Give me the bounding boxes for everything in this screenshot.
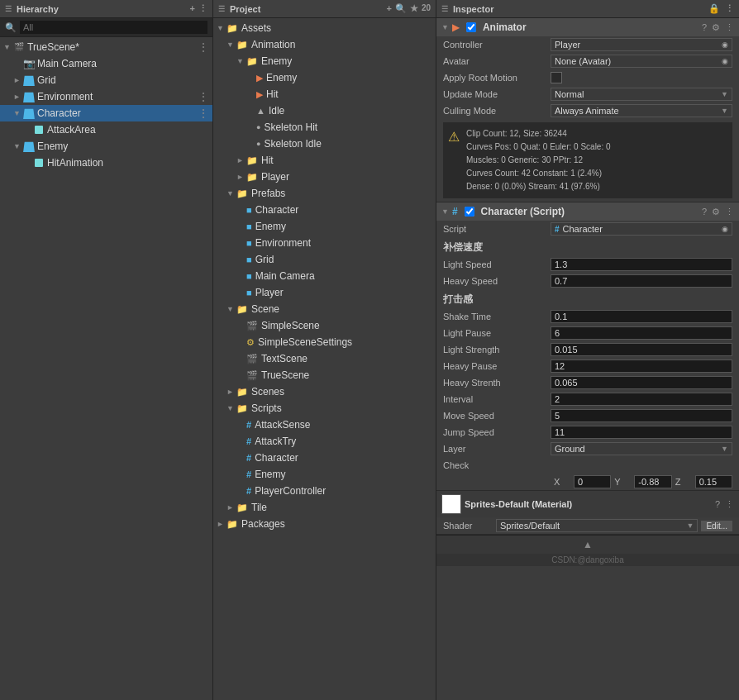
hierarchy-item-main-camera[interactable]: 📷 Main Camera [0, 55, 212, 72]
project-item-idle-anim[interactable]: ▲ Idle [213, 102, 436, 119]
heavy-pause-value[interactable]: 12 [551, 360, 732, 373]
light-pause-value[interactable]: 6 [551, 326, 732, 340]
layer-text: Ground [555, 444, 585, 454]
light-strength-value[interactable]: 0.015 [551, 343, 732, 356]
scene-root-item[interactable]: 🎬 TrueScene* ⋮ [0, 39, 212, 55]
project-item-pref-enemy[interactable]: ■ Enemy [213, 218, 436, 235]
inspector-collapse-arrow[interactable]: ☰ [441, 5, 448, 13]
animator-help-icon[interactable]: ? [702, 22, 707, 33]
enemy-anim-icon: ▶ [256, 70, 263, 85]
project-search-icon[interactable]: 🔍 [395, 3, 407, 14]
hierarchy-title: Hierarchy [17, 4, 59, 14]
jump-speed-value[interactable]: 11 [551, 426, 732, 439]
project-item-script-attacktry[interactable]: # AttackTry [213, 433, 436, 450]
project-item-skeleton-hit[interactable]: ● Skeleton Hit [213, 119, 436, 136]
move-speed-value[interactable]: 5 [551, 409, 732, 422]
project-item-pref-grid[interactable]: ■ Grid [213, 251, 436, 268]
character-cube-icon [23, 109, 35, 119]
animator-menu-icon[interactable]: ⋮ [725, 22, 734, 33]
shader-value[interactable]: Sprites/Default ▼ [496, 519, 698, 532]
project-item-pref-player[interactable]: ■ Player [213, 284, 436, 301]
project-item-scene-folder[interactable]: 📁 Scene [213, 301, 436, 317]
material-component-header[interactable]: Sprites-Default (Material) ? ⋮ [436, 491, 739, 517]
project-item-scenes-folder[interactable]: 📁 Scenes [213, 383, 436, 400]
hierarchy-menu-icon[interactable]: ⋮ [198, 3, 207, 14]
project-item-script-attacksense[interactable]: # AttackSense [213, 417, 436, 433]
heavy-strenth-value[interactable]: 0.065 [551, 376, 732, 389]
project-collapse-arrow[interactable]: ☰ [218, 5, 225, 13]
project-item-enemy-anim[interactable]: ▶ Enemy [213, 69, 436, 86]
project-item-pref-main-camera[interactable]: ■ Main Camera [213, 268, 436, 284]
animator-avatar-value[interactable]: None (Avatar) ◉ [551, 55, 732, 68]
interval-value[interactable]: 2 [551, 393, 732, 406]
character-script-settings-icon[interactable]: ⚙ [712, 207, 720, 217]
grid-icon-box [23, 74, 35, 86]
project-add-icon[interactable]: + [386, 3, 391, 14]
project-item-assets[interactable]: 📁 Assets [213, 20, 436, 36]
project-item-tile-folder[interactable]: 📁 Tile [213, 499, 436, 516]
inspector-expand-bottom-arrow[interactable]: ▲ [583, 539, 593, 550]
project-item-script-playercontroller[interactable]: # PlayerController [213, 483, 436, 499]
character-script-help-icon[interactable]: ? [702, 207, 707, 217]
project-item-pref-character[interactable]: ■ Character [213, 202, 436, 218]
project-favs-icon[interactable]: ★ [410, 3, 418, 14]
jump-speed-text: 11 [555, 427, 565, 437]
hierarchy-item-character[interactable]: Character ⋮ [0, 105, 212, 121]
inspector-lock-icon[interactable]: 🔒 [708, 3, 720, 14]
hierarchy-item-hitanimation[interactable]: HitAnimation [0, 155, 212, 171]
shader-edit-button[interactable]: Edit... [701, 521, 732, 531]
shader-row: Shader Sprites/Default ▼ Edit... [436, 517, 739, 534]
character-script-enabled-checkbox[interactable] [465, 207, 474, 217]
light-speed-value[interactable]: 1.3 [551, 258, 732, 271]
material-help-icon[interactable]: ? [715, 499, 720, 510]
project-item-packages-folder[interactable]: 📁 Packages [213, 516, 436, 532]
project-item-animation[interactable]: 📁 Animation [213, 36, 436, 53]
project-item-skeleton-idle[interactable]: ● Skeleton Idle [213, 136, 436, 152]
character-more-icon[interactable]: ⋮ [198, 106, 212, 121]
animator-settings-icon[interactable]: ⚙ [712, 22, 720, 33]
project-item-hit-folder[interactable]: 📁 Hit [213, 152, 436, 169]
hit-anim-icon: ▶ [256, 87, 263, 102]
animator-controller-value[interactable]: Player ◉ [551, 38, 732, 51]
inspector-menu-icon[interactable]: ⋮ [725, 3, 734, 14]
material-menu-icon[interactable]: ⋮ [725, 499, 734, 510]
scene-more-icon[interactable]: ⋮ [198, 40, 212, 55]
hierarchy-search-input[interactable] [20, 21, 207, 34]
character-script-script-value[interactable]: # Character ◉ [551, 222, 732, 236]
hierarchy-item-enemy[interactable]: Enemy [0, 138, 212, 155]
animator-apply-root-motion-checkbox[interactable] [551, 72, 562, 83]
hierarchy-collapse-arrow[interactable]: ☰ [5, 5, 12, 13]
x-input[interactable]: 0 [574, 475, 611, 488]
y-input[interactable]: -0.88 [634, 475, 671, 488]
hierarchy-item-environment[interactable]: Environment ⋮ [0, 88, 212, 105]
character-script-header[interactable]: ▼ # Character (Script) ? ⚙ ⋮ [436, 202, 739, 221]
project-item-player-folder[interactable]: 📁 Player [213, 169, 436, 185]
animator-culling-mode-value[interactable]: Always Animate ▼ [551, 104, 732, 117]
hierarchy-item-attackarea[interactable]: AttackArea [0, 121, 212, 138]
project-item-text-scene[interactable]: 🎬 TextScene [213, 350, 436, 367]
project-item-enemy-folder[interactable]: 📁 Enemy [213, 53, 436, 69]
project-item-prefabs[interactable]: 📁 Prefabs [213, 185, 436, 202]
project-item-true-scene[interactable]: 🎬 TrueScene [213, 367, 436, 383]
heavy-speed-value[interactable]: 0.7 [551, 274, 732, 288]
character-script-menu-icon[interactable]: ⋮ [725, 207, 734, 217]
animator-apply-root-motion-label: Apply Root Motion [443, 73, 551, 83]
project-item-script-character[interactable]: # Character [213, 450, 436, 466]
hierarchy-item-grid[interactable]: Grid [0, 72, 212, 88]
project-item-script-enemy[interactable]: # Enemy [213, 466, 436, 483]
project-item-hit-anim[interactable]: ▶ Hit [213, 86, 436, 102]
hit-folder-arrow [236, 153, 246, 168]
environment-more-icon[interactable]: ⋮ [198, 89, 212, 104]
layer-value[interactable]: Ground ▼ [551, 442, 732, 455]
animator-component-header[interactable]: ▼ ▶ Animator ? ⚙ ⋮ [436, 18, 739, 36]
shake-time-value[interactable]: 0.1 [551, 310, 732, 323]
z-input[interactable]: 0.15 [695, 475, 732, 488]
hierarchy-add-icon[interactable]: + [190, 3, 195, 14]
project-item-pref-environment[interactable]: ■ Environment [213, 235, 436, 251]
project-item-simple-scene[interactable]: 🎬 SimpleScene [213, 317, 436, 334]
project-item-scripts-folder[interactable]: 📁 Scripts [213, 400, 436, 417]
inspector-header: ☰ Inspector 🔒 ⋮ [436, 0, 739, 18]
project-item-simple-scene-settings[interactable]: ⚙ SimpleSceneSettings [213, 334, 436, 350]
animator-update-mode-value[interactable]: Normal ▼ [551, 88, 732, 101]
animator-enabled-checkbox[interactable] [466, 22, 476, 32]
